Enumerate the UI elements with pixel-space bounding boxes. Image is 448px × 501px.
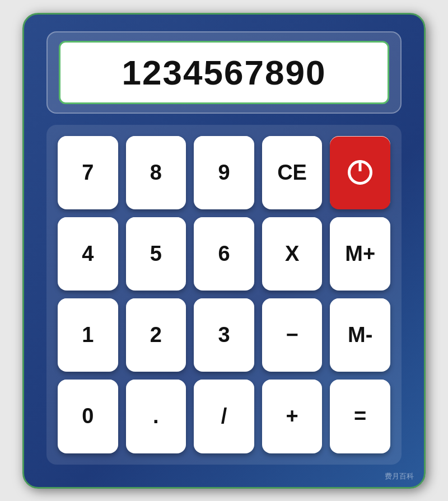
keypad-row-1: 7 8 9 CE [58, 136, 390, 209]
btn-ce[interactable]: CE [262, 136, 323, 209]
btn-equals[interactable]: = [330, 380, 390, 453]
display: 1234567890 [59, 41, 389, 104]
btn-memory-minus[interactable]: M- [330, 298, 390, 372]
btn-power[interactable] [330, 136, 390, 209]
btn-subtract[interactable]: − [262, 298, 323, 372]
btn-4[interactable]: 4 [58, 217, 118, 291]
keypad: 7 8 9 CE 4 5 6 X M+ 1 2 3 − M- 0 . [46, 125, 402, 465]
btn-decimal[interactable]: . [126, 380, 186, 453]
btn-1[interactable]: 1 [58, 298, 118, 372]
btn-memory-plus[interactable]: M+ [330, 217, 390, 291]
btn-2[interactable]: 2 [126, 298, 186, 372]
watermark: 费月百科 [385, 471, 414, 481]
btn-0[interactable]: 0 [58, 380, 118, 453]
btn-8[interactable]: 8 [126, 136, 186, 209]
btn-5[interactable]: 5 [126, 217, 186, 291]
btn-add[interactable]: + [262, 380, 323, 453]
display-wrapper: 1234567890 [46, 31, 402, 114]
btn-6[interactable]: 6 [194, 217, 254, 291]
btn-9[interactable]: 9 [194, 136, 254, 209]
keypad-row-2: 4 5 6 X M+ [58, 217, 390, 291]
keypad-row-3: 1 2 3 − M- [58, 298, 390, 372]
btn-3[interactable]: 3 [194, 298, 254, 372]
btn-multiply[interactable]: X [262, 217, 323, 291]
btn-divide[interactable]: / [194, 380, 254, 453]
btn-7[interactable]: 7 [58, 136, 118, 209]
power-icon [348, 160, 372, 185]
calculator: 1234567890 7 8 9 CE 4 5 6 X M+ 1 2 3 − M… [22, 13, 426, 489]
keypad-row-4: 0 . / + = [58, 380, 390, 453]
